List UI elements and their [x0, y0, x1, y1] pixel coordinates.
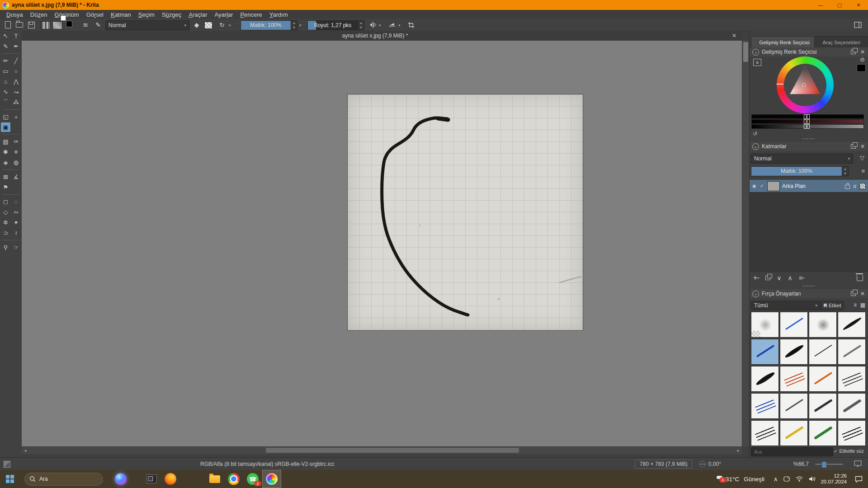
- move-tool[interactable]: ＋: [11, 112, 21, 122]
- list-view-icon[interactable]: ≡: [854, 302, 857, 308]
- select-shapes-tool[interactable]: ↖: [1, 31, 10, 41]
- tab-tool-options[interactable]: Araç Seçenekleri: [814, 36, 868, 48]
- float-docker-icon[interactable]: [851, 50, 856, 54]
- add-layer-button[interactable]: +▾: [753, 274, 759, 282]
- zoom-tool[interactable]: ⚲: [1, 243, 10, 252]
- vscroll-thumb[interactable]: [743, 42, 748, 62]
- reset-colors-icon[interactable]: ↺: [753, 131, 757, 137]
- brush-preset-eraser-soft[interactable]: [751, 312, 779, 338]
- float-docker-icon[interactable]: [851, 291, 856, 296]
- gradient-tool[interactable]: ▧: [1, 137, 10, 146]
- chevron-down-icon[interactable]: ▾: [379, 23, 381, 28]
- brush-preset-pencil-orange[interactable]: [809, 366, 837, 392]
- brush-preset-ballpoint-blue[interactable]: [751, 393, 779, 419]
- zoom-slider[interactable]: [815, 464, 843, 465]
- patch-tool[interactable]: ✱: [1, 147, 10, 157]
- zoom-slider-handle[interactable]: [821, 461, 827, 468]
- brush-preset-liner-fine-2[interactable]: [751, 420, 779, 446]
- brush-search-input[interactable]: [751, 447, 833, 456]
- canvas-angle-widget[interactable]: 0,00°: [699, 460, 721, 468]
- ellipse-select-tool[interactable]: ◌: [11, 197, 21, 206]
- opacity-spinner[interactable]: ▴▾: [291, 20, 297, 30]
- brush-preset-fine-liner[interactable]: [809, 339, 837, 365]
- sample-select-tool[interactable]: ✦: [11, 218, 21, 227]
- calligraphy-tool[interactable]: ✒: [11, 42, 21, 51]
- minimize-button[interactable]: —: [811, 0, 830, 10]
- chevron-down-icon[interactable]: ▾: [398, 23, 401, 28]
- menu-görünüm[interactable]: Görünüm: [51, 11, 82, 19]
- document-image[interactable]: [347, 94, 583, 331]
- brush-preset-ink-brush-black[interactable]: [838, 312, 866, 338]
- canvas-horizontal-scrollbar[interactable]: ◂ ▸: [22, 446, 742, 454]
- filter-by-tag-checkbox[interactable]: ✓ Etikette süz: [834, 448, 864, 454]
- gradient-chooser-button[interactable]: ≋: [80, 20, 90, 29]
- layer-opacity-spinner[interactable]: ▴▾: [842, 166, 849, 176]
- eraser-mode-button[interactable]: ◆: [192, 20, 202, 29]
- close-docker-icon[interactable]: ✕: [860, 49, 865, 55]
- close-docker-icon[interactable]: ✕: [860, 143, 865, 150]
- similar-select-tool[interactable]: ✲: [1, 218, 10, 227]
- mirror-horizontal-button[interactable]: [368, 20, 378, 29]
- start-button[interactable]: [0, 470, 20, 488]
- weather-condition[interactable]: Güneşli: [744, 476, 764, 483]
- measure-tool[interactable]: ∡: [11, 172, 21, 182]
- crop-frame-button[interactable]: [406, 20, 416, 29]
- brush-preset-pencil-yellow[interactable]: [780, 420, 808, 446]
- crop-tool[interactable]: ▣: [1, 122, 10, 132]
- delete-layer-button[interactable]: [857, 275, 863, 281]
- value-strip-2[interactable]: [751, 119, 864, 124]
- docker-lock-icon[interactable]: ◒: [752, 291, 759, 297]
- layer-properties-button[interactable]: ≡▾: [799, 274, 804, 282]
- bezier-curve-tool[interactable]: ∿: [1, 87, 10, 97]
- brush-preset-pencil-2b[interactable]: [809, 393, 837, 419]
- blending-mode-combo[interactable]: Normal ▾: [105, 20, 189, 30]
- grid-view-icon[interactable]: ▦: [860, 302, 865, 308]
- brush-filter-combo[interactable]: Tümü ▾: [751, 301, 821, 310]
- line-tool[interactable]: ╱: [11, 56, 21, 66]
- polyline-tool[interactable]: ⋀: [11, 77, 21, 86]
- menu-katman[interactable]: Katman: [107, 11, 135, 19]
- ellipse-tool[interactable]: ○: [11, 66, 21, 76]
- open-document-button[interactable]: [14, 20, 24, 29]
- menu-görsel[interactable]: Görsel: [83, 11, 107, 19]
- color-wheel[interactable]: [777, 56, 834, 113]
- new-document-button[interactable]: [3, 20, 13, 29]
- opacity-slider[interactable]: Matlık: 100%: [241, 20, 291, 30]
- scroll-right-icon[interactable]: ▸: [735, 448, 742, 453]
- brush-preset-pencil-blue[interactable]: [751, 339, 779, 365]
- pattern-swatch[interactable]: [52, 21, 62, 29]
- alpha-icon[interactable]: α: [853, 183, 856, 189]
- brush-preset-bristle-scratch[interactable]: [838, 420, 866, 446]
- selector-settings-icon[interactable]: ≣: [753, 59, 761, 66]
- tab-advanced-color-selector[interactable]: Gelişmiş Renk Seçicisi: [751, 36, 818, 48]
- polygon-tool[interactable]: ⌂: [1, 77, 10, 86]
- edit-brush-settings-button[interactable]: ✎: [93, 20, 103, 29]
- layer-checkbox[interactable]: ✓: [760, 183, 765, 188]
- brush-preset-pencil-green[interactable]: [809, 420, 837, 446]
- menu-pencere[interactable]: Pencere: [236, 11, 265, 19]
- layer-properties-menu-icon[interactable]: ≡: [861, 168, 865, 174]
- inherit-alpha-icon[interactable]: [859, 183, 866, 189]
- menu-düzen[interactable]: Düzen: [27, 11, 51, 19]
- enclose-fill-tool[interactable]: ◍: [11, 158, 21, 167]
- close-button[interactable]: ✕: [849, 0, 868, 10]
- rect-select-tool[interactable]: ◻: [1, 197, 10, 206]
- brush-preset-pencil-soft-gray[interactable]: [838, 339, 866, 365]
- volume-icon[interactable]: [809, 476, 816, 482]
- selection-mode-icon[interactable]: [4, 461, 10, 468]
- freehand-brush-tool[interactable]: ✏: [1, 56, 10, 66]
- brush-preset-charcoal-gray[interactable]: [838, 366, 866, 392]
- dynamic-brush-tool[interactable]: ⌒: [1, 98, 10, 107]
- value-strip-3[interactable]: [751, 124, 864, 129]
- docker-lock-icon[interactable]: ◒: [752, 49, 759, 56]
- chevron-down-icon[interactable]: ▾: [229, 23, 231, 28]
- layer-filter-funnel-icon[interactable]: ▽: [860, 155, 864, 161]
- brush-preset-ink-thick-black[interactable]: [780, 339, 808, 365]
- taskbar-task-view[interactable]: [142, 470, 161, 488]
- layer-opacity-slider[interactable]: Matlık: 100%: [751, 166, 842, 176]
- workspace-chooser-button[interactable]: [853, 20, 863, 29]
- document-close-button[interactable]: ✕: [730, 32, 738, 40]
- move-layer-down-button[interactable]: ∨: [777, 274, 781, 282]
- brush-preset-pen-blue[interactable]: [780, 312, 808, 338]
- magnetic-select-tool[interactable]: ≀: [11, 228, 21, 238]
